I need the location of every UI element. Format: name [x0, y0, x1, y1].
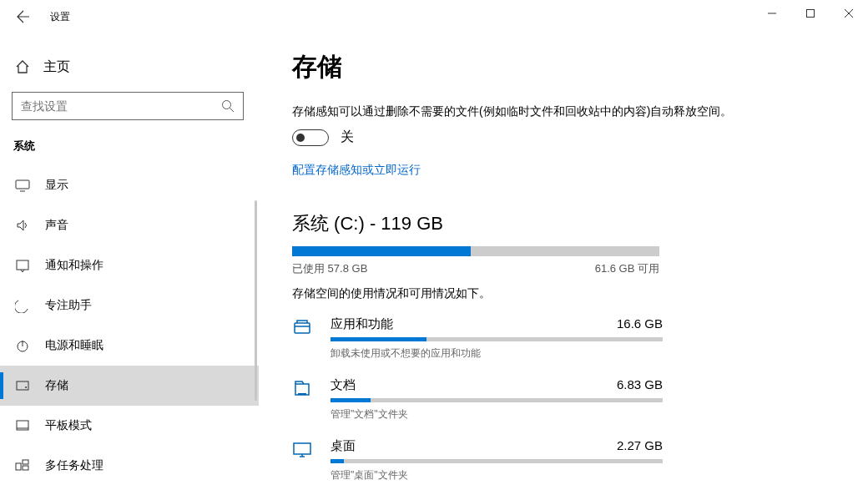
category-name: 桌面	[331, 438, 356, 454]
apps-icon	[292, 318, 312, 338]
minimize-icon	[768, 9, 776, 18]
used-label: 已使用 57.8 GB	[292, 261, 367, 276]
notify-icon	[15, 258, 30, 273]
category-size: 16.6 GB	[617, 316, 663, 332]
category-list: 应用和功能16.6 GB卸载未使用或不想要的应用和功能文档6.83 GB管理"文…	[292, 316, 835, 482]
multitask-icon	[15, 458, 30, 473]
svg-rect-13	[294, 443, 310, 454]
search-input[interactable]	[21, 99, 221, 113]
drive-usage-bar	[292, 246, 659, 256]
category-body: 应用和功能16.6 GB卸载未使用或不想要的应用和功能	[331, 316, 835, 361]
storage-category-desktop[interactable]: 桌面2.27 GB管理"桌面"文件夹	[292, 438, 835, 482]
storage-icon	[15, 378, 30, 393]
desktop-icon	[292, 440, 312, 460]
minimize-button[interactable]	[753, 0, 791, 27]
category-bar	[331, 459, 663, 463]
storage-sense-toggle[interactable]	[292, 129, 329, 146]
category-hint: 卸载未使用或不想要的应用和功能	[331, 346, 835, 361]
maximize-icon	[806, 9, 815, 18]
maximize-button[interactable]	[791, 0, 830, 27]
nav-item-label: 显示	[45, 178, 68, 193]
category-bar	[331, 398, 663, 402]
category-name: 文档	[331, 377, 356, 393]
sidebar-scrollbar[interactable]	[255, 200, 257, 401]
svg-rect-11	[295, 323, 310, 333]
nav-item-multitask[interactable]: 多任务处理	[0, 446, 259, 486]
display-icon	[15, 178, 30, 193]
nav-item-label: 通知和操作	[45, 258, 103, 273]
nav-item-label: 存储	[45, 378, 68, 393]
home-label: 主页	[43, 58, 70, 76]
nav-item-label: 平板模式	[45, 418, 92, 433]
search-icon	[221, 99, 235, 113]
category-bar-fill	[331, 398, 371, 402]
back-button[interactable]	[7, 0, 40, 33]
drive-usage-fill	[292, 246, 471, 256]
close-icon	[845, 9, 853, 18]
window-title: 设置	[50, 10, 70, 24]
svg-rect-2	[16, 180, 29, 189]
svg-rect-8	[16, 463, 21, 470]
drive-usage-labels: 已使用 57.8 GB 61.6 GB 可用	[292, 261, 659, 276]
nav-item-tablet[interactable]: 平板模式	[0, 406, 259, 446]
svg-rect-5	[17, 381, 28, 390]
category-size: 2.27 GB	[617, 438, 663, 454]
content: 存储 存储感知可以通过删除不需要的文件(例如临时文件和回收站中的内容)自动释放空…	[259, 33, 868, 495]
docs-icon	[292, 379, 312, 399]
category-body: 桌面2.27 GB管理"桌面"文件夹	[331, 438, 835, 482]
tablet-icon	[15, 418, 30, 433]
focus-icon	[15, 298, 30, 313]
category-body: 文档6.83 GB管理"文档"文件夹	[331, 377, 835, 422]
home-icon	[15, 59, 30, 74]
svg-point-1	[223, 101, 231, 109]
storage-sense-toggle-row: 关	[292, 129, 835, 146]
arrow-left-icon	[17, 10, 30, 23]
category-bar-fill	[331, 337, 426, 341]
category-hint: 管理"桌面"文件夹	[331, 468, 835, 482]
titlebar: 设置	[0, 0, 868, 33]
power-icon	[15, 338, 30, 353]
nav-item-label: 电源和睡眠	[45, 338, 103, 353]
page-title: 存储	[292, 50, 835, 84]
storage-sense-desc: 存储感知可以通过删除不需要的文件(例如临时文件和回收站中的内容)自动释放空间。	[292, 103, 835, 120]
storage-category-apps[interactable]: 应用和功能16.6 GB卸载未使用或不想要的应用和功能	[292, 316, 835, 361]
svg-rect-3	[17, 260, 28, 270]
free-label: 61.6 GB 可用	[595, 261, 659, 276]
close-button[interactable]	[830, 0, 868, 27]
category-label: 系统	[12, 139, 259, 154]
svg-point-6	[25, 386, 27, 388]
nav-item-focus[interactable]: 专注助手	[0, 285, 259, 326]
home-nav[interactable]: 主页	[12, 50, 259, 83]
configure-storage-sense-link[interactable]: 配置存储感知或立即运行	[292, 163, 835, 178]
sound-icon	[15, 218, 30, 233]
nav-list: 显示声音通知和操作专注助手电源和睡眠存储平板模式多任务处理	[0, 165, 259, 486]
nav-item-storage[interactable]: 存储	[0, 366, 259, 406]
svg-rect-9	[23, 460, 28, 464]
nav-item-power[interactable]: 电源和睡眠	[0, 326, 259, 366]
category-bar	[331, 337, 663, 341]
drive-heading: 系统 (C:) - 119 GB	[292, 211, 835, 236]
search-box[interactable]	[12, 92, 244, 120]
category-name: 应用和功能	[331, 316, 393, 332]
sidebar: 主页 系统 显示声音通知和操作专注助手电源和睡眠存储平板模式多任务处理	[0, 33, 259, 495]
usage-desc: 存储空间的使用情况和可用情况如下。	[292, 286, 835, 301]
nav-item-sound[interactable]: 声音	[0, 205, 259, 245]
svg-rect-0	[807, 10, 815, 18]
svg-rect-10	[23, 466, 28, 470]
toggle-state-label: 关	[341, 129, 354, 146]
nav-item-label: 多任务处理	[45, 458, 103, 473]
category-hint: 管理"文档"文件夹	[331, 407, 835, 422]
nav-item-label: 声音	[45, 218, 68, 233]
category-bar-fill	[331, 459, 344, 463]
nav-item-notify[interactable]: 通知和操作	[0, 245, 259, 285]
nav-item-display[interactable]: 显示	[0, 165, 259, 205]
window-controls	[753, 0, 868, 27]
nav-item-label: 专注助手	[45, 298, 92, 313]
storage-category-docs[interactable]: 文档6.83 GB管理"文档"文件夹	[292, 377, 835, 422]
category-size: 6.83 GB	[617, 377, 663, 393]
